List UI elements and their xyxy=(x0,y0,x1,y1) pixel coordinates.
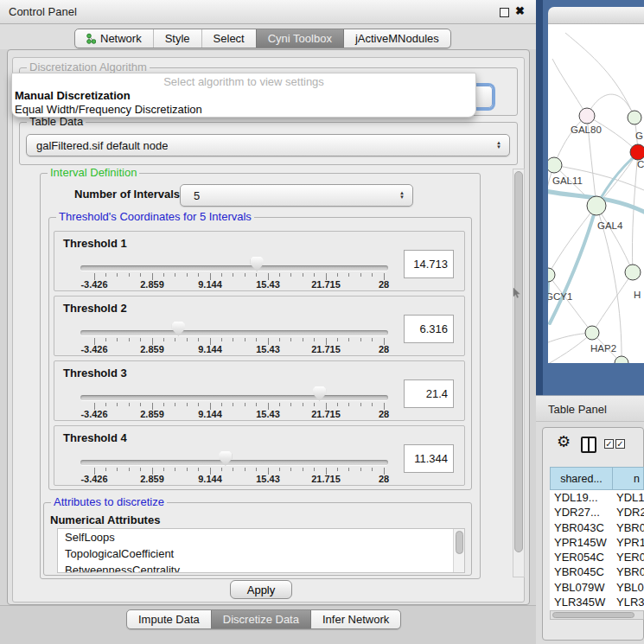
tab-style[interactable]: Style xyxy=(153,29,201,48)
tick-label: 9.144 xyxy=(187,474,233,484)
threshold-value-input[interactable] xyxy=(404,250,454,278)
table-row[interactable]: YDR27...YDR2 xyxy=(550,505,644,520)
column-header-shared[interactable]: shared... xyxy=(550,467,613,490)
tick-mark xyxy=(129,338,130,341)
cell-shared-name: YDL19... xyxy=(550,490,613,505)
node-gcy1[interactable] xyxy=(548,268,555,282)
tab-network[interactable]: Network xyxy=(75,29,153,48)
attribute-item-topologicalcoefficient[interactable]: TopologicalCoefficient xyxy=(58,545,464,562)
tick-label: 15.43 xyxy=(245,279,291,290)
node-gal4[interactable] xyxy=(587,196,606,215)
tick-mark xyxy=(140,338,141,341)
tick-mark xyxy=(129,468,130,471)
tick-mark xyxy=(279,403,280,406)
column-header-label: n xyxy=(634,473,640,485)
threshold-box-threshold-1: Threshold 1-3.4262.8599.14415.4321.71528 xyxy=(54,231,465,291)
tick-mark xyxy=(175,468,175,471)
close-icon[interactable]: ✖ xyxy=(515,4,525,17)
settings-vertical-scrollbar[interactable] xyxy=(513,169,525,577)
list-scrollbar[interactable] xyxy=(453,529,464,572)
tick-mark xyxy=(187,338,188,341)
node-highlighted-red[interactable] xyxy=(630,144,644,160)
tick-mark xyxy=(290,338,291,341)
tick-mark xyxy=(117,468,118,471)
tick-mark xyxy=(233,468,233,471)
table-row[interactable]: YLR345WYLR3 xyxy=(550,595,644,609)
table-row[interactable]: YBL079WYBL0 xyxy=(550,580,644,595)
threshold-list: Threshold 1-3.4262.8599.14415.4321.71528… xyxy=(54,231,467,490)
algorithm-group-title: Discretization Algorithm xyxy=(27,61,150,73)
threshold-slider-track[interactable] xyxy=(80,265,388,271)
tab-label: Impute Data xyxy=(138,610,200,628)
table-data-combobox[interactable]: galFiltered.sif default node ▲▼ xyxy=(26,134,510,156)
threshold-slider-track[interactable] xyxy=(80,330,388,335)
threshold-slider-track[interactable] xyxy=(80,460,388,465)
tick-mark xyxy=(105,403,106,406)
tab-infer-network[interactable]: Infer Network xyxy=(310,610,400,628)
tick-label: 2.859 xyxy=(129,344,175,354)
tick-mark xyxy=(337,403,338,406)
checkbox-checked-icon[interactable]: ✓ xyxy=(604,439,614,449)
threshold-value-input[interactable] xyxy=(404,444,454,473)
gear-icon[interactable]: ⚙ xyxy=(557,434,571,450)
attribute-item-selfloops[interactable]: SelfLoops xyxy=(58,529,464,545)
tick-mark xyxy=(290,273,291,277)
cell-shared-name: YDR27... xyxy=(550,505,613,520)
scrollbar-thumb[interactable] xyxy=(514,171,523,552)
number-of-intervals-label: Number of Intervals xyxy=(74,188,180,201)
tick-mark xyxy=(279,273,280,277)
column-header-name[interactable]: n xyxy=(613,467,644,490)
float-window-icon[interactable] xyxy=(500,8,509,17)
tick-mark xyxy=(314,403,315,406)
cell-shared-name: YBR045C xyxy=(550,564,613,579)
tab-cyni-toolbox[interactable]: Cyni Toolbox xyxy=(256,29,343,48)
node-gal11[interactable] xyxy=(548,157,562,173)
apply-button[interactable]: Apply xyxy=(230,580,292,599)
cell-name: YBR0 xyxy=(613,520,644,535)
dropdown-option-equal-width-frequency[interactable]: Equal Width/Frequency Discretization xyxy=(15,103,202,116)
tick-mark xyxy=(221,273,222,277)
numerical-attributes-list[interactable]: SelfLoopsTopologicalCoefficientBetweenne… xyxy=(57,528,465,573)
cell-shared-name: YBL079W xyxy=(550,580,613,595)
node-hap2[interactable] xyxy=(585,326,599,340)
split-columns-icon[interactable] xyxy=(581,437,596,453)
checkbox-checked-icon[interactable]: ✓ xyxy=(615,439,625,449)
threshold-value-input[interactable] xyxy=(404,379,454,408)
scrollbar-thumb[interactable] xyxy=(552,612,634,618)
tick-mark xyxy=(129,273,130,277)
table-row[interactable]: YDL19...YDL1 xyxy=(550,490,644,505)
table-row[interactable]: YPR145WYPR1 xyxy=(550,535,644,550)
network-view-canvas[interactable]: GAL80 G C GAL11 GAL4 GCY1 H HAP2 xyxy=(548,24,644,363)
attribute-item-betweennesscentrality[interactable]: BetweennessCentrality xyxy=(58,562,464,573)
tick-mark xyxy=(198,403,199,406)
tick-mark xyxy=(303,338,303,341)
panel-title: Control Panel xyxy=(9,5,77,18)
tab-select[interactable]: Select xyxy=(201,29,256,48)
node-label-partial-g: G xyxy=(635,131,643,141)
table-data-value: galFiltered.sif default node xyxy=(27,139,168,152)
table-row[interactable]: YBR045CYBR0 xyxy=(550,564,644,579)
cell-name: YER0 xyxy=(613,550,644,564)
tick-mark xyxy=(303,468,303,471)
table-row[interactable]: YER054CYER0 xyxy=(550,550,644,564)
threshold-label: Threshold 1 xyxy=(63,237,127,250)
threshold-slider-track[interactable] xyxy=(80,395,388,400)
cell-shared-name: YBR043C xyxy=(550,520,613,535)
column-checkbox-icons[interactable]: ✓ ✓ xyxy=(604,439,625,449)
tab-jactivemnodules[interactable]: jActiveMNodules xyxy=(343,29,450,48)
node-right[interactable] xyxy=(625,265,641,280)
table-row[interactable]: YBR043CYBR0 xyxy=(550,520,644,535)
dropdown-option-manual-discretization[interactable]: Manual Discretization xyxy=(15,89,131,102)
table-horizontal-scrollbar[interactable] xyxy=(550,610,644,620)
node-gal80[interactable] xyxy=(579,108,595,124)
node-bottom[interactable] xyxy=(615,356,628,363)
tab-impute-data[interactable]: Impute Data xyxy=(127,610,211,628)
tab-discretize-data[interactable]: Discretize Data xyxy=(211,610,310,628)
tick-mark xyxy=(198,468,199,471)
threshold-value-input[interactable] xyxy=(404,315,454,343)
node-top-right[interactable] xyxy=(628,111,641,124)
number-of-intervals-combobox[interactable]: 5 ▲▼ xyxy=(180,184,413,207)
scrollbar-thumb[interactable] xyxy=(456,531,463,554)
column-header-label: shared... xyxy=(560,473,603,485)
tick-mark xyxy=(348,338,349,341)
